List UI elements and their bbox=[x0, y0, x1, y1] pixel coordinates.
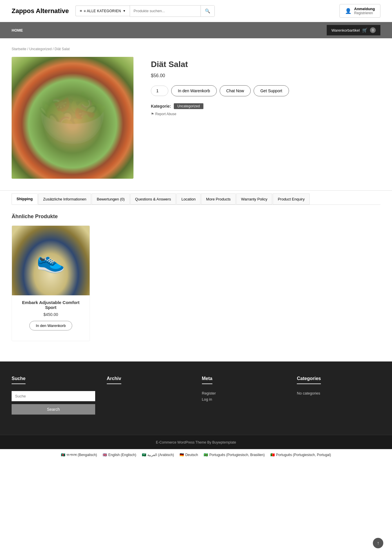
footer: Suche Search Archiv Meta Register Log in… bbox=[0, 361, 392, 435]
product-actions: In den Warenkorb Chat Now Get Support bbox=[151, 85, 380, 96]
quantity-input[interactable] bbox=[151, 86, 168, 96]
product-title: Diät Salat bbox=[151, 60, 380, 69]
tab-warranty[interactable]: Warranty Policy bbox=[236, 193, 272, 205]
flag-bengali: 🇧🇩 bbox=[61, 453, 65, 457]
account-btn[interactable]: 👤 Anmeldung Registrieren bbox=[339, 4, 381, 18]
lang-english[interactable]: 🇬🇧 English (Englisch) bbox=[103, 453, 136, 457]
footer-search-input[interactable] bbox=[12, 391, 95, 401]
tab-shipping[interactable]: Shipping bbox=[12, 193, 38, 205]
similar-section: Ähnliche Produkte 👟 Embark Adjustable Co… bbox=[0, 205, 392, 350]
card-image: 👟 bbox=[12, 226, 90, 295]
lang-bengali[interactable]: 🇧🇩 বাংলাভাষা (Bengalisch) bbox=[61, 453, 97, 457]
suche-title: Suche bbox=[12, 376, 26, 384]
flag-pt-pt: 🇵🇹 bbox=[270, 453, 275, 457]
categories-text: No categories bbox=[297, 391, 380, 395]
kategorie-badge: Uncategorized bbox=[174, 103, 203, 109]
footer-meta: Meta Register Log in bbox=[202, 376, 286, 415]
menu-icon: ≡ bbox=[80, 9, 82, 13]
registrieren-label: Registrieren bbox=[354, 11, 373, 15]
category-btn-label: ≡ ALLE KATEGORIEN bbox=[84, 9, 121, 13]
category-dropdown-btn[interactable]: ≡ ≡ ALLE KATEGORIEN ▼ bbox=[75, 6, 130, 16]
product-price: $56.00 bbox=[151, 73, 380, 78]
language-bar: 🇧🇩 বাংলাভাষা (Bengalisch) 🇬🇧 English (En… bbox=[0, 449, 392, 460]
cart-label: Warenkorbartikel bbox=[331, 28, 360, 32]
site-title: Zappos Alternative bbox=[12, 7, 70, 15]
tabs-list: Shipping Zusätzliche Informationen Bewer… bbox=[12, 191, 380, 205]
header: Zappos Alternative ≡ ≡ ALLE KATEGORIEN ▼… bbox=[0, 0, 392, 22]
tab-location[interactable]: Location bbox=[176, 193, 200, 205]
product-area: 🥗 Diät Salat $56.00 In den Warenkorb Cha… bbox=[0, 54, 392, 190]
footer-categories: Categories No categories bbox=[297, 376, 380, 415]
archiv-title: Archiv bbox=[107, 376, 121, 384]
footer-archiv: Archiv bbox=[107, 376, 190, 415]
card-price: $450.00 bbox=[17, 312, 85, 317]
report-abuse-label: Report Abuse bbox=[155, 112, 176, 116]
search-input[interactable] bbox=[130, 6, 200, 16]
tab-bewertungen[interactable]: Bewertungen (0) bbox=[92, 193, 129, 205]
card-body: Embark Adjustable Comfort Sport $450.00 … bbox=[12, 295, 90, 335]
get-support-btn[interactable]: Get Support bbox=[254, 85, 289, 96]
lang-deutsch[interactable]: 🇩🇪 Deutsch bbox=[180, 453, 198, 457]
lang-deutsch-label: Deutsch bbox=[185, 453, 198, 457]
flag-english: 🇬🇧 bbox=[103, 453, 107, 457]
product-image: 🥗 bbox=[12, 57, 133, 179]
lang-bengali-label: বাংলাভাষা (Bengalisch) bbox=[66, 453, 97, 457]
tab-more-products[interactable]: More Products bbox=[201, 193, 236, 205]
chevron-down-icon: ▼ bbox=[123, 9, 126, 12]
lang-pt-br[interactable]: 🇧🇷 Português (Portugiesisch, Brasilien) bbox=[204, 453, 265, 457]
kategorie-label: Kategorie: bbox=[151, 104, 171, 108]
product-card: 👟 Embark Adjustable Comfort Sport $450.0… bbox=[12, 225, 90, 341]
flag-arabic: 🇸🇦 bbox=[142, 453, 146, 457]
lang-pt-pt-label: Português (Portugiesisch, Portugal) bbox=[276, 453, 331, 457]
lang-arabic-label: العربية (Arabisch) bbox=[147, 453, 174, 457]
report-abuse[interactable]: ⚑ Report Abuse bbox=[151, 112, 380, 116]
cart-btn[interactable]: Warenkorbartikel 🛒 0 bbox=[327, 25, 380, 35]
meta-title: Meta bbox=[202, 376, 212, 384]
header-middle: ≡ ≡ ALLE KATEGORIEN ▼ 🔍 bbox=[75, 5, 215, 17]
chat-now-btn[interactable]: Chat Now bbox=[220, 85, 251, 96]
card-add-to-cart-btn[interactable]: In den Warenkorb bbox=[29, 321, 73, 330]
kategorie-row: Kategorie: Uncategorized bbox=[151, 103, 380, 109]
lang-english-label: English (Englisch) bbox=[108, 453, 136, 457]
tabs-area: Shipping Zusätzliche Informationen Bewer… bbox=[0, 190, 392, 205]
cart-badge: 0 bbox=[370, 27, 376, 33]
nav-home[interactable]: HOME bbox=[12, 28, 23, 32]
similar-title: Ähnliche Produkte bbox=[12, 214, 380, 220]
cart-count: 0 bbox=[372, 28, 374, 32]
lang-arabic[interactable]: 🇸🇦 العربية (Arabisch) bbox=[142, 453, 174, 457]
navbar: HOME Warenkorbartikel 🛒 0 bbox=[0, 22, 392, 38]
footer-suche: Suche Search bbox=[12, 376, 95, 415]
search-wrapper: 🔍 bbox=[130, 5, 215, 17]
meta-register-link[interactable]: Register bbox=[202, 391, 286, 395]
flag-icon: ⚑ bbox=[151, 112, 154, 116]
card-title: Embark Adjustable Comfort Sport bbox=[17, 300, 85, 310]
cart-icon: 🛒 bbox=[362, 28, 368, 33]
product-info: Diät Salat $56.00 In den Warenkorb Chat … bbox=[151, 57, 380, 179]
footer-grid: Suche Search Archiv Meta Register Log in… bbox=[12, 376, 380, 415]
user-icon: 👤 bbox=[345, 8, 351, 14]
lang-pt-br-label: Português (Portugiesisch, Brasilien) bbox=[209, 453, 265, 457]
breadcrumb: Startseite / Uncategorized / Diät Salat bbox=[0, 47, 392, 54]
meta-login-link[interactable]: Log in bbox=[202, 397, 286, 402]
product-image-wrap: 🥗 bbox=[12, 57, 133, 179]
flag-pt-br: 🇧🇷 bbox=[204, 453, 208, 457]
account-text: Anmeldung Registrieren bbox=[354, 7, 375, 15]
footer-search-btn[interactable]: Search bbox=[12, 404, 95, 415]
account-area: 👤 Anmeldung Registrieren bbox=[339, 4, 381, 18]
search-submit-btn[interactable]: 🔍 bbox=[200, 6, 214, 17]
categories-title: Categories bbox=[297, 376, 321, 384]
add-to-cart-btn[interactable]: In den Warenkorb bbox=[171, 85, 217, 96]
lang-pt-pt[interactable]: 🇵🇹 Português (Portugiesisch, Portugal) bbox=[270, 453, 331, 457]
copyright-text: E-Commerce WordPress Theme By Buywptempl… bbox=[156, 440, 236, 444]
anmeldung-label: Anmeldung bbox=[354, 7, 375, 11]
tab-enquiry[interactable]: Product Enquiry bbox=[273, 193, 310, 205]
copyright-bar: E-Commerce WordPress Theme By Buywptempl… bbox=[0, 435, 392, 449]
flag-deutsch: 🇩🇪 bbox=[180, 453, 184, 457]
tab-qa[interactable]: Questions & Answers bbox=[130, 193, 176, 205]
tab-zusatzliche[interactable]: Zusätzliche Informationen bbox=[38, 193, 91, 205]
